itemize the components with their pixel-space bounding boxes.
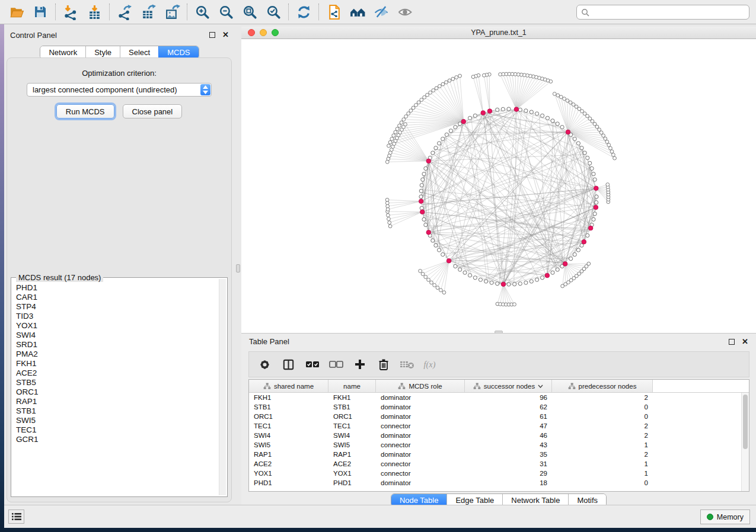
vertical-splitter[interactable] <box>235 24 241 505</box>
column-header-name[interactable]: name <box>328 380 376 392</box>
graph-node[interactable] <box>421 178 425 181</box>
save-session-icon[interactable] <box>28 2 52 22</box>
delete-column-icon[interactable] <box>375 356 391 373</box>
mcds-hub-node[interactable] <box>426 230 431 235</box>
cell-predecessor-nodes[interactable]: 2 <box>552 393 653 402</box>
graph-node[interactable] <box>479 278 482 281</box>
table-scrollbar[interactable] <box>741 393 749 491</box>
graph-node[interactable] <box>433 283 436 287</box>
graph-node[interactable] <box>420 184 423 187</box>
cell-mcds-role[interactable]: dominator <box>376 431 465 440</box>
mcds-hub-node[interactable] <box>446 258 451 263</box>
graph-node[interactable] <box>437 142 441 145</box>
column-header-mcds-role[interactable]: MCDS role <box>376 380 465 392</box>
graph-node[interactable] <box>387 217 391 221</box>
graph-node[interactable] <box>556 268 559 271</box>
graph-node[interactable] <box>445 81 448 84</box>
graph-node[interactable] <box>409 109 413 113</box>
float-panel-icon[interactable] <box>209 32 215 38</box>
graph-node[interactable] <box>451 77 455 81</box>
table-row[interactable]: ORC1ORC1dominator610 <box>249 412 749 421</box>
graph-node[interactable] <box>441 82 445 86</box>
mcds-result-list[interactable]: PHD1CAR1STP4TID3YOX1SWI4SRD1PMA2FKH1ACE2… <box>13 280 218 495</box>
graph-node[interactable] <box>595 201 598 204</box>
float-table-panel-icon[interactable] <box>729 339 735 345</box>
graph-node[interactable] <box>593 178 596 181</box>
graph-node[interactable] <box>535 112 538 116</box>
cell-predecessor-nodes[interactable]: 1 <box>552 459 653 469</box>
close-panel-button[interactable]: Close panel <box>123 104 183 118</box>
graph-node[interactable] <box>387 144 391 148</box>
graph-node[interactable] <box>551 271 554 274</box>
mcds-hub-node[interactable] <box>563 262 567 267</box>
cell-shared-name[interactable]: ACE2 <box>249 459 328 469</box>
cell-predecessor-nodes[interactable]: 2 <box>552 450 653 459</box>
mcds-node-item[interactable]: STP4 <box>16 302 218 312</box>
graph-node[interactable] <box>455 76 458 79</box>
cell-mcds-role[interactable]: connector <box>376 459 465 469</box>
cell-successor-nodes[interactable]: 18 <box>465 478 552 488</box>
graph-node[interactable] <box>518 282 522 286</box>
graph-node[interactable] <box>496 282 499 286</box>
cell-predecessor-nodes[interactable]: 1 <box>552 440 653 450</box>
table-row[interactable]: FKH1FKH1dominator962 <box>249 393 749 402</box>
mcds-node-item[interactable]: RAP1 <box>16 397 218 406</box>
graph-node[interactable] <box>484 280 488 283</box>
graph-node[interactable] <box>529 280 533 283</box>
graph-node[interactable] <box>429 91 432 94</box>
graph-node[interactable] <box>435 86 438 90</box>
table-row[interactable]: SWI4SWI4dominator462 <box>249 431 749 440</box>
graph-node[interactable] <box>423 95 426 99</box>
graph-node[interactable] <box>482 73 486 77</box>
cell-successor-nodes[interactable]: 47 <box>465 421 552 431</box>
cell-mcds-role[interactable]: connector <box>376 421 465 431</box>
table-scrollbar-thumb[interactable] <box>743 395 748 449</box>
table-row[interactable]: ACE2ACE2connector311 <box>249 459 749 469</box>
graph-node[interactable] <box>431 239 435 242</box>
graph-node[interactable] <box>419 189 423 193</box>
graph-node[interactable] <box>407 112 410 116</box>
column-header-successor-nodes[interactable]: successor nodes <box>465 380 552 392</box>
graph-node[interactable] <box>417 101 420 104</box>
mcds-hub-node[interactable] <box>594 205 598 210</box>
cell-name[interactable]: YOX1 <box>328 469 376 478</box>
mcds-node-item[interactable]: STB5 <box>16 378 218 387</box>
cell-shared-name[interactable]: SWI5 <box>249 440 328 450</box>
graph-node[interactable] <box>524 109 528 113</box>
graph-node[interactable] <box>583 151 586 155</box>
control-tab-select[interactable]: Select <box>120 46 158 59</box>
graph-node[interactable] <box>422 172 426 176</box>
graph-node[interactable] <box>454 264 457 268</box>
zoom-selected-icon[interactable] <box>261 2 285 22</box>
graph-node[interactable] <box>535 278 538 281</box>
graph-node[interactable] <box>442 291 446 294</box>
cell-successor-nodes[interactable]: 46 <box>465 431 552 440</box>
graph-node[interactable] <box>471 75 475 79</box>
graph-node[interactable] <box>586 233 589 237</box>
optimization-criterion-select[interactable]: largest connected component (undirected) <box>27 83 212 97</box>
graph-node[interactable] <box>441 252 445 256</box>
mcds-node-item[interactable]: STB1 <box>16 406 218 416</box>
cell-predecessor-nodes[interactable]: 2 <box>552 421 653 431</box>
graph-node[interactable] <box>458 268 462 271</box>
mcds-hub-node[interactable] <box>461 119 466 124</box>
graph-node[interactable] <box>473 114 477 117</box>
column-header-predecessor-nodes[interactable]: predecessor nodes <box>552 380 653 392</box>
table-row[interactable]: YOX1YOX1connector291 <box>249 469 749 478</box>
graph-node[interactable] <box>595 195 598 198</box>
graph-node[interactable] <box>420 98 423 102</box>
import-network-icon[interactable] <box>59 2 82 22</box>
graph-node[interactable] <box>501 107 505 111</box>
cell-mcds-role[interactable]: dominator <box>376 393 465 402</box>
graph-node[interactable] <box>473 276 477 280</box>
mcds-hub-node[interactable] <box>426 159 431 164</box>
graph-node[interactable] <box>586 156 589 159</box>
memory-button[interactable]: Memory <box>700 509 750 524</box>
cell-name[interactable]: STB1 <box>328 402 376 412</box>
graph-node[interactable] <box>553 92 556 96</box>
graph-node[interactable] <box>386 213 390 217</box>
graph-node[interactable] <box>424 275 428 279</box>
graph-node[interactable] <box>496 108 499 111</box>
graph-node[interactable] <box>524 281 528 284</box>
graph-node[interactable] <box>556 94 560 97</box>
